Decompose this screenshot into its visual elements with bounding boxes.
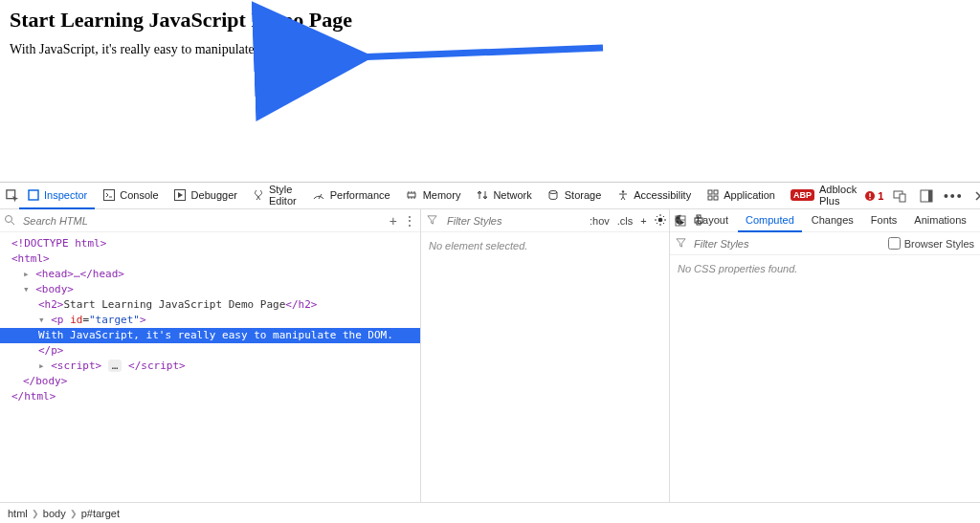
tab-console[interactable]: Console [95, 183, 166, 209]
cls-toggle[interactable]: .cls [617, 215, 634, 227]
storage-icon [547, 188, 560, 201]
sun-icon [655, 214, 666, 226]
dock-side-button[interactable] [916, 185, 937, 207]
close-devtools-button[interactable] [969, 185, 980, 207]
ellipsis-icon: ••• [944, 188, 964, 204]
filter-icon [427, 214, 437, 227]
style-editor-icon [253, 188, 264, 201]
tab-label: Console [120, 189, 158, 201]
markup-panel: + ⋮ <!DOCTYPE html> <html> ▸ <head>…</he… [0, 209, 421, 502]
svg-rect-26 [928, 190, 932, 202]
memory-icon [406, 188, 418, 201]
browser-styles-checkbox-label[interactable]: Browser Styles [888, 237, 974, 250]
accessibility-icon [616, 188, 629, 201]
tab-style-editor[interactable]: Style Editor [245, 183, 305, 209]
tree-line[interactable]: <html> [11, 252, 50, 265]
responsive-icon [893, 189, 906, 203]
svg-line-37 [663, 216, 664, 217]
error-icon [864, 190, 876, 202]
dock-icon [920, 189, 933, 203]
tab-accessibility[interactable]: Accessibility [609, 183, 699, 209]
search-html-input[interactable] [21, 214, 384, 228]
svg-rect-21 [869, 193, 870, 197]
rendered-page: Start Learning JavaScript Demo Page With… [0, 0, 980, 182]
svg-line-0 [354, 48, 603, 57]
markup-more-button[interactable]: ⋮ [403, 213, 416, 229]
tab-storage[interactable]: Storage [540, 183, 610, 209]
dom-tree[interactable]: <!DOCTYPE html> <html> ▸ <head>…</head> … [0, 232, 420, 502]
breadcrumb-item[interactable]: html [8, 508, 28, 519]
tab-label: Adblock Plus [819, 184, 857, 207]
rules-panel: :hov .cls + No element selected. [421, 209, 670, 502]
svg-rect-7 [408, 193, 415, 197]
svg-point-29 [657, 217, 662, 222]
light-scheme-button[interactable] [655, 214, 666, 228]
right-tab-computed[interactable]: Computed [738, 209, 802, 232]
tree-line[interactable]: ▸ <head>…</head> [11, 268, 124, 280]
hov-toggle[interactable]: :hov [590, 215, 610, 227]
svg-point-27 [6, 215, 12, 222]
devtools-toolbar: Inspector Console Debugger Style Editor … [0, 183, 980, 209]
rules-filter-input[interactable] [445, 214, 582, 228]
right-tab-fonts[interactable]: Fonts [863, 209, 905, 232]
tab-label: Network [493, 189, 531, 201]
tab-label: Performance [330, 189, 390, 201]
chevron-right-icon: ❯ [32, 509, 39, 518]
tab-adblock-plus[interactable]: ABP Adblock Plus [783, 183, 864, 209]
filter-icon [676, 237, 686, 250]
inspector-icon [27, 188, 39, 201]
new-node-button[interactable]: + [390, 213, 397, 229]
right-tab-animations[interactable]: Animations [906, 209, 973, 232]
tree-line-selected[interactable]: With JavaScript, it's really easy to man… [0, 328, 420, 343]
svg-rect-24 [900, 194, 905, 202]
tab-performance[interactable]: Performance [305, 183, 398, 209]
computed-filter-input[interactable] [692, 237, 882, 251]
tree-line[interactable]: <!DOCTYPE html> [11, 237, 106, 250]
browser-styles-checkbox[interactable] [888, 237, 901, 250]
debugger-icon [174, 188, 187, 201]
console-icon [102, 188, 115, 201]
chevron-right-icon: ❯ [70, 509, 78, 518]
svg-rect-17 [714, 190, 718, 194]
tab-label: Application [724, 189, 775, 201]
tree-line[interactable]: ▸ <script> … </script> [11, 360, 186, 372]
tab-debugger[interactable]: Debugger [167, 183, 245, 209]
tab-label: Inspector [44, 189, 87, 201]
responsive-mode-button[interactable] [889, 185, 910, 207]
tree-line[interactable]: ▾ <body> [11, 283, 74, 295]
tab-label: Storage [565, 189, 602, 201]
right-tab-layout[interactable]: Layout [689, 209, 736, 232]
breadcrumb-item[interactable]: body [43, 508, 66, 519]
svg-point-14 [549, 190, 557, 193]
breadcrumb-item[interactable]: p#target [81, 508, 120, 519]
layout-icon [674, 214, 687, 228]
element-picker-icon [6, 189, 19, 203]
computed-empty-message: No CSS properties found. [670, 255, 980, 502]
svg-rect-3 [29, 190, 38, 200]
tab-label: Memory [423, 189, 461, 201]
tab-inspector[interactable]: Inspector [19, 183, 95, 209]
svg-line-28 [11, 222, 14, 225]
tree-line[interactable]: </body> [11, 375, 67, 387]
tree-line[interactable]: </p> [11, 344, 64, 357]
tab-network[interactable]: Network [468, 183, 539, 209]
tree-line[interactable]: </html> [11, 390, 56, 403]
svg-rect-22 [869, 198, 870, 199]
page-heading: Start Learning JavaScript Demo Page [10, 8, 970, 33]
right-panel: Layout Computed Changes Fonts Animations… [670, 209, 980, 502]
add-rule-button[interactable]: + [640, 215, 646, 227]
network-icon [476, 188, 488, 201]
tab-label: Style Editor [269, 184, 298, 207]
error-count-badge[interactable]: 1 [864, 190, 883, 202]
tree-line[interactable]: ▾ <p id="target"> [11, 314, 146, 326]
svg-line-34 [657, 216, 657, 217]
tree-line[interactable]: <h2>Start Learning JavaScript Demo Page<… [11, 298, 317, 311]
svg-point-15 [622, 190, 624, 192]
svg-rect-41 [676, 216, 685, 226]
tab-application[interactable]: Application [699, 183, 783, 209]
right-tab-changes[interactable]: Changes [804, 209, 861, 232]
rules-empty-message: No element selected. [421, 232, 669, 502]
pick-element-button[interactable] [6, 185, 19, 207]
more-options-button[interactable]: ••• [943, 185, 964, 207]
tab-memory[interactable]: Memory [398, 183, 469, 209]
